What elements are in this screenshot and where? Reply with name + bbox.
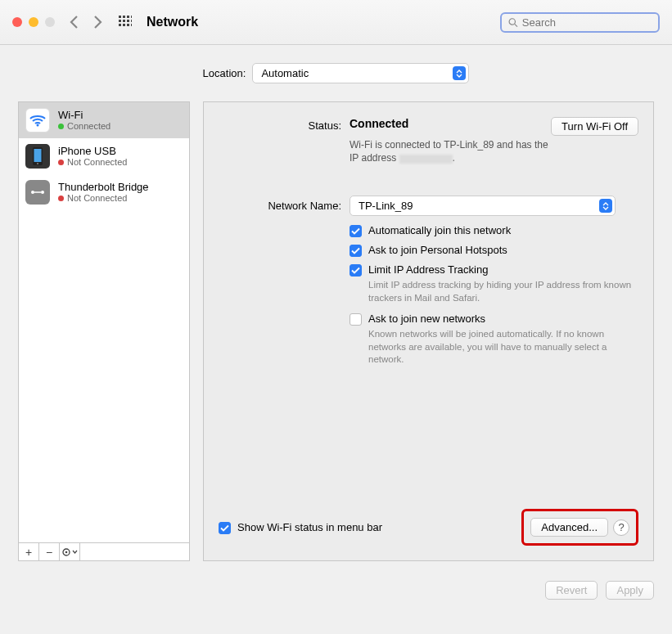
nav-buttons (70, 15, 102, 29)
check-icon (351, 247, 360, 254)
back-button[interactable] (70, 15, 79, 29)
minimize-button[interactable] (29, 17, 38, 27)
svg-rect-0 (119, 16, 121, 18)
svg-rect-16 (34, 149, 42, 162)
status-dot-icon (58, 124, 64, 129)
location-select[interactable]: Automatic (252, 63, 469, 83)
chevron-updown-icon (453, 66, 466, 80)
ask-new-help: Known networks will be joined automatica… (368, 328, 638, 366)
show-menubar-checkbox[interactable] (219, 522, 231, 534)
limit-ip-label: Limit IP Address Tracking (368, 263, 488, 276)
network-name-select[interactable]: TP-Link_89 (350, 196, 616, 216)
window-controls (12, 17, 55, 27)
service-list: Wi-Fi Connected iPhone USB Not Connected (18, 101, 190, 543)
service-sidebar: Wi-Fi Connected iPhone USB Not Connected (18, 101, 190, 561)
service-name: Wi-Fi (58, 109, 110, 122)
help-button[interactable]: ? (613, 519, 629, 536)
svg-rect-9 (123, 24, 125, 26)
chevron-down-icon (72, 550, 78, 554)
auto-join-checkbox[interactable] (350, 225, 362, 237)
status-label: Status: (219, 117, 341, 132)
ask-new-label: Ask to join new networks (368, 313, 485, 325)
revert-button[interactable]: Revert (545, 581, 598, 600)
window-title: Network (147, 15, 198, 29)
chevron-updown-icon (599, 199, 612, 213)
remove-service-button[interactable]: − (39, 543, 60, 560)
apps-grid-icon[interactable] (119, 16, 132, 29)
check-icon (351, 267, 360, 274)
service-actions-button[interactable] (60, 543, 80, 560)
zoom-button[interactable] (45, 17, 55, 27)
search-icon (508, 17, 518, 28)
svg-rect-5 (123, 20, 125, 22)
network-name-label: Network Name: (219, 200, 341, 212)
svg-rect-2 (127, 16, 129, 18)
service-iphone-usb[interactable]: iPhone USB Not Connected (19, 138, 189, 174)
location-row: Location: Automatic (0, 45, 672, 101)
svg-rect-7 (131, 20, 132, 22)
wifi-icon (25, 108, 50, 133)
auto-join-label: Automatically join this network (368, 224, 511, 236)
svg-rect-6 (127, 20, 129, 22)
status-description: Wi-Fi is connected to TP-Link_89 and has… (350, 138, 638, 164)
service-status: Not Connected (67, 193, 127, 204)
ask-hotspot-label: Ask to join Personal Hotspots (368, 244, 507, 256)
svg-rect-8 (119, 24, 121, 26)
search-input[interactable] (522, 16, 652, 29)
apply-button[interactable]: Apply (606, 581, 654, 600)
advanced-highlight: Advanced... ? (521, 509, 638, 546)
svg-rect-4 (119, 20, 121, 22)
service-name: Thunderbolt Bridge (58, 181, 149, 194)
service-thunderbolt[interactable]: Thunderbolt Bridge Not Connected (19, 174, 189, 210)
svg-point-12 (509, 18, 515, 24)
svg-point-14 (37, 124, 39, 127)
location-value: Automatic (261, 67, 309, 79)
turn-wifi-off-button[interactable]: Turn Wi-Fi Off (551, 117, 638, 136)
ask-new-checkbox[interactable] (350, 313, 362, 326)
svg-point-23 (65, 551, 67, 553)
svg-point-17 (37, 163, 38, 164)
thunderbolt-icon (25, 180, 50, 205)
service-status: Connected (67, 121, 110, 132)
ask-hotspot-checkbox[interactable] (350, 245, 362, 257)
network-name-value: TP-Link_89 (359, 200, 413, 212)
limit-ip-help: Limit IP address tracking by hiding your… (368, 279, 638, 304)
sidebar-tools: + − (18, 543, 190, 561)
svg-rect-3 (131, 16, 132, 18)
forward-button[interactable] (93, 15, 102, 29)
status-value: Connected (350, 117, 408, 130)
limit-ip-checkbox[interactable] (350, 264, 362, 277)
service-name: iPhone USB (58, 145, 127, 158)
location-label: Location: (203, 67, 246, 79)
check-icon (220, 524, 229, 532)
svg-rect-1 (123, 16, 125, 18)
service-wifi[interactable]: Wi-Fi Connected (19, 102, 189, 138)
ip-redacted (399, 155, 453, 164)
gear-icon (62, 548, 70, 556)
status-dot-icon (58, 196, 64, 201)
check-icon (351, 227, 360, 235)
show-menubar-label: Show Wi-Fi status in menu bar (237, 521, 382, 533)
phone-icon (25, 144, 50, 169)
svg-rect-11 (131, 24, 132, 26)
svg-line-13 (515, 24, 517, 26)
service-status: Not Connected (67, 157, 127, 168)
status-dot-icon (58, 160, 64, 165)
footer-buttons: Revert Apply (0, 576, 672, 600)
titlebar: Network (0, 0, 672, 45)
svg-point-20 (41, 191, 44, 194)
close-button[interactable] (12, 17, 22, 27)
svg-rect-10 (127, 24, 129, 26)
svg-point-19 (31, 191, 34, 194)
main-area: Wi-Fi Connected iPhone USB Not Connected (0, 101, 672, 576)
detail-panel: Status: Connected Turn Wi-Fi Off Wi-Fi i… (203, 101, 654, 561)
advanced-button[interactable]: Advanced... (530, 518, 608, 537)
search-field[interactable] (500, 12, 660, 33)
add-service-button[interactable]: + (19, 543, 39, 560)
